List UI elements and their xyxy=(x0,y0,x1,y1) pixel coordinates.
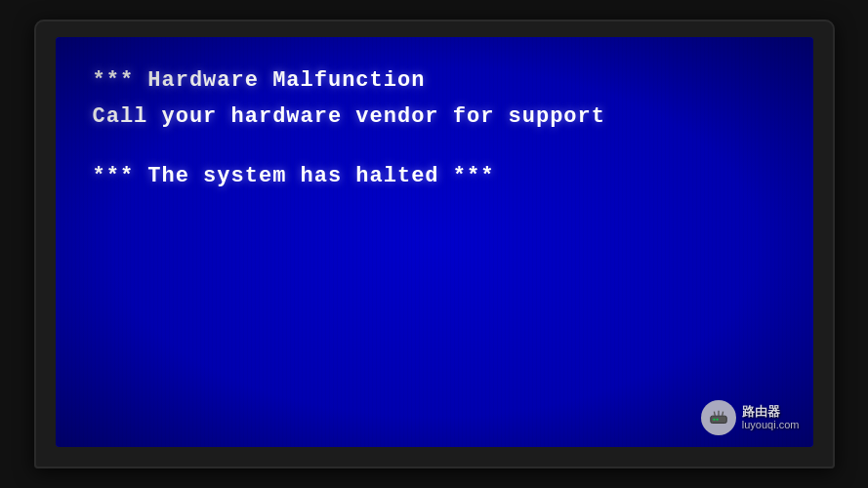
svg-point-1 xyxy=(713,419,715,421)
bsod-text-block: *** Hardware Malfunction Call your hardw… xyxy=(93,64,776,192)
svg-line-5 xyxy=(722,412,723,417)
watermark-logo-circle xyxy=(701,400,736,435)
watermark-en-text: luyouqi.com xyxy=(742,419,800,430)
svg-rect-0 xyxy=(711,416,727,423)
photo-frame: *** Hardware Malfunction Call your hardw… xyxy=(0,0,868,488)
bsod-line-1: *** Hardware Malfunction xyxy=(93,64,776,97)
watermark-text-block: 路由器 luyouqi.com xyxy=(742,405,800,430)
bsod-line-3: *** The system has halted *** xyxy=(93,160,776,192)
laptop-bezel: *** Hardware Malfunction Call your hardw… xyxy=(34,20,835,468)
bsod-line-2: Call your hardware vendor for support xyxy=(93,101,776,133)
watermark: 路由器 luyouqi.com xyxy=(701,400,800,435)
router-icon xyxy=(708,407,729,428)
svg-point-2 xyxy=(716,419,718,421)
bsod-screen: *** Hardware Malfunction Call your hardw… xyxy=(56,37,813,447)
svg-line-3 xyxy=(714,412,715,417)
watermark-cn-text: 路由器 xyxy=(742,405,780,419)
